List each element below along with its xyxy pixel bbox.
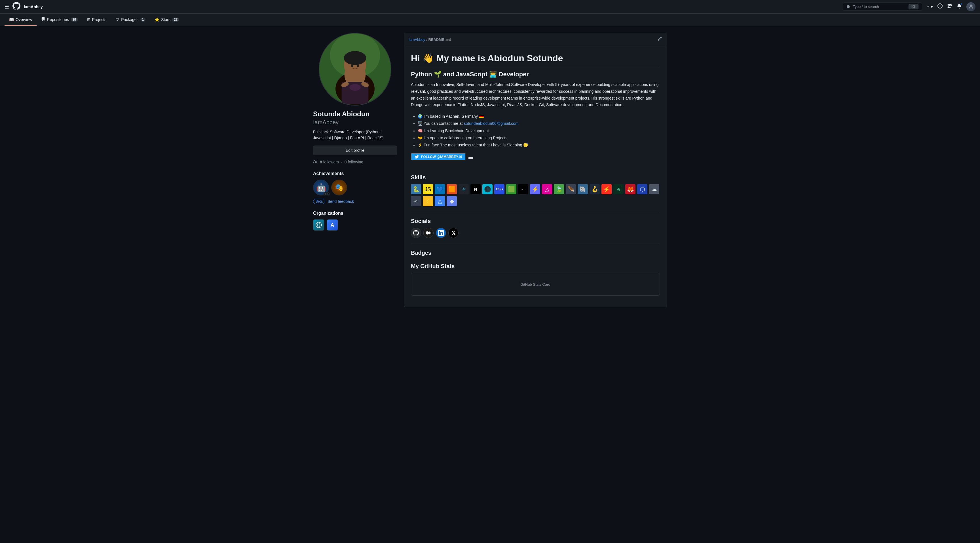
followers-row: 8 followers · 0 following	[313, 160, 397, 164]
skill-tailwind[interactable]: 🌑	[482, 184, 493, 194]
skill-django[interactable]: dj	[613, 184, 624, 194]
skills-grid: 🐍 JS 💙 🟧 ⚛ N 🌑 CSS 🟩	[411, 184, 660, 206]
followers-count[interactable]: 8 followers	[320, 160, 339, 164]
skill-graphql[interactable]: △	[542, 184, 552, 194]
edit-profile-button[interactable]: Edit profile	[313, 145, 397, 155]
badges-section: Badges	[411, 250, 660, 256]
bullet-contact: 🖥️ You can contact me at sotundeabiodun0…	[418, 120, 660, 127]
bullet-funfact: ⚡ Fun fact: The most useless talent that…	[418, 142, 660, 149]
skill-jest[interactable]: 🦊	[625, 184, 635, 194]
skill-vite[interactable]: ⚡	[530, 184, 540, 194]
following-count[interactable]: 0 following	[345, 160, 363, 164]
tab-packages[interactable]: 🛡 Packages 1	[111, 14, 150, 26]
hamburger-icon[interactable]: ☰	[5, 4, 9, 10]
social-linkedin[interactable]	[436, 228, 446, 238]
repositories-badge: 39	[71, 18, 78, 22]
badges-title: Badges	[411, 250, 660, 256]
twitter-follow-label: FOLLOW @IAMABBEY10	[421, 155, 462, 159]
projects-icon: ⊞	[87, 17, 91, 22]
skill-nodejs[interactable]: 🟩	[506, 184, 516, 194]
socials-section: Socials	[411, 218, 660, 238]
beta-tag: Beta	[313, 199, 325, 204]
org-avatar-2[interactable]: A	[327, 219, 338, 231]
achievements-section: Achievements 🤖 x3 🎭 Beta Send feedback	[313, 171, 397, 204]
skill-lightning[interactable]: ⚡	[423, 196, 433, 206]
skill-cloud[interactable]: ☁	[649, 184, 659, 194]
email-link[interactable]: sotundeabiodun00@gmail.com	[464, 121, 519, 126]
skill-html[interactable]: 🟧	[447, 184, 457, 194]
social-medium[interactable]	[423, 228, 434, 238]
tab-repositories-label: Repositories	[47, 17, 69, 22]
packages-badge: 1	[140, 18, 146, 22]
twitter-follow-button[interactable]: FOLLOW @IAMABBEY10	[411, 153, 466, 161]
profile-nav: 📖 Overview Repositories 39 ⊞ Projects 🛡 …	[0, 14, 980, 26]
social-github[interactable]	[411, 228, 421, 238]
following-number: 0	[345, 160, 347, 164]
org-avatar-1[interactable]	[313, 219, 325, 231]
tab-overview[interactable]: 📖 Overview	[5, 14, 37, 26]
avatar-image	[319, 33, 391, 105]
achievement-yolo[interactable]: 🎭	[331, 180, 347, 196]
tab-projects[interactable]: ⊞ Projects	[83, 14, 111, 26]
skill-laravel[interactable]: ⚡	[601, 184, 612, 194]
user-avatar-small[interactable]	[966, 2, 975, 11]
header-left: ☰ IamAbbey	[5, 2, 43, 11]
overview-book-icon: 📖	[9, 17, 14, 22]
readme-edit-button[interactable]	[658, 37, 662, 42]
following-label: following	[348, 160, 363, 164]
feedback-link[interactable]: Send feedback	[328, 199, 354, 204]
skill-hex1[interactable]: ⬡	[637, 184, 648, 194]
tab-stars[interactable]: ⭐ Stars 23	[150, 14, 184, 26]
skill-css[interactable]: CSS	[494, 184, 504, 194]
skill-dart[interactable]: 💙	[435, 184, 445, 194]
beta-feedback-row: Beta Send feedback	[313, 199, 397, 204]
stats-card: GitHub Stats Card	[411, 273, 660, 296]
svg-point-7	[349, 84, 360, 91]
skill-feather[interactable]: 🪶	[566, 184, 576, 194]
readme-subtitle: Python 🌱 and JavaScript 👨‍💻 Developer	[411, 71, 660, 78]
organizations-list: A	[313, 219, 397, 231]
skill-postgresql[interactable]: 🐘	[578, 184, 588, 194]
skill-eth[interactable]: ◆	[447, 196, 457, 206]
tab-packages-label: Packages	[121, 17, 138, 22]
search-placeholder: Type / to search	[853, 5, 879, 9]
issues-icon[interactable]	[937, 3, 943, 10]
github-logo[interactable]	[13, 2, 21, 11]
notification-dot	[960, 3, 963, 5]
skills-title: Skills	[411, 174, 660, 181]
readme-title: Hi 👋 My name is Abiodun Sotunde	[411, 53, 660, 66]
socials-row: 𝕏	[411, 228, 660, 238]
skill-hook[interactable]: 🪝	[590, 184, 600, 194]
profile-avatar: 😊	[319, 33, 391, 105]
socials-title: Socials	[411, 218, 660, 225]
skills-section: Skills 🐍 JS 💙 🟧 ⚛ N 🌑	[411, 174, 660, 206]
followers-number: 8	[320, 160, 322, 164]
search-shortcut: ⌘K	[908, 4, 919, 10]
separator: ·	[341, 160, 342, 164]
divider-1	[411, 213, 660, 213]
skill-web3[interactable]: W3	[411, 196, 421, 206]
tab-stars-label: Stars	[161, 17, 170, 22]
skill-python[interactable]: 🐍	[411, 184, 421, 194]
skill-react[interactable]: ⚛	[458, 184, 469, 194]
skill-mongodb[interactable]: 🍃	[554, 184, 564, 194]
skill-express[interactable]: ex	[518, 184, 528, 194]
social-twitter[interactable]: 𝕏	[448, 228, 458, 238]
organizations-section: Organizations A	[313, 211, 397, 231]
notifications-icon[interactable]	[957, 3, 962, 10]
tab-repositories[interactable]: Repositories 39	[37, 14, 82, 26]
pull-requests-icon[interactable]	[947, 3, 952, 10]
header: ☰ IamAbbey Type / to search ⌘K + ▾	[0, 0, 980, 14]
stars-icon: ⭐	[154, 17, 159, 22]
skill-prism[interactable]: △	[435, 196, 445, 206]
achievement-arctic-code[interactable]: 🤖 x3	[313, 180, 329, 196]
stars-badge: 23	[172, 18, 179, 22]
skill-javascript[interactable]: JS	[423, 184, 433, 194]
skill-nextjs[interactable]: N	[471, 184, 480, 194]
new-menu-button[interactable]: + ▾	[927, 4, 933, 10]
search-bar[interactable]: Type / to search ⌘K	[843, 3, 922, 11]
achievement-count-1: x3	[323, 192, 330, 196]
breadcrumb-user[interactable]: IamAbbey	[409, 37, 425, 42]
readme-header: IamAbbey / README .md	[404, 33, 667, 46]
twitter-counter	[468, 157, 473, 159]
